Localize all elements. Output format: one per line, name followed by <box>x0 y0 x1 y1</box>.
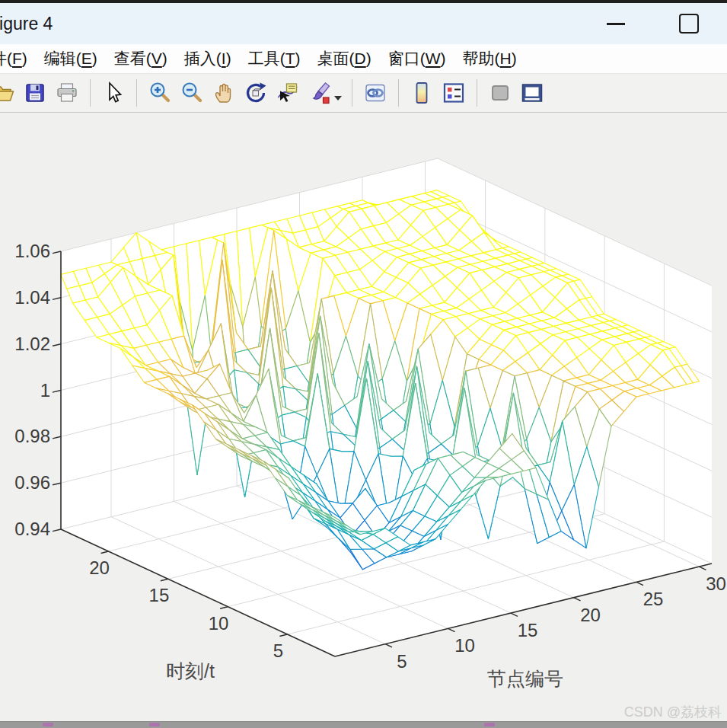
maximize-icon <box>679 14 699 34</box>
menu-item-e[interactable]: 编辑(E) <box>36 48 106 69</box>
z-tick-label: 1.02 <box>14 334 50 354</box>
menu-item-v[interactable]: 查看(V) <box>106 48 176 69</box>
x-tick-label: 30 <box>706 573 726 594</box>
z-tick-label: 0.94 <box>14 519 50 539</box>
brush-icon <box>308 81 332 105</box>
rotate-3d-button[interactable] <box>241 76 271 110</box>
floppy-save-icon <box>23 81 47 105</box>
z-tick-label: 1.04 <box>14 287 50 308</box>
y-tick-label: 5 <box>273 640 283 661</box>
window-controls <box>599 3 706 44</box>
x-tick-label: 25 <box>643 589 664 609</box>
figure-canvas: 0.940.960.9811.021.041.06510152051015202… <box>0 113 727 722</box>
watermark: CSDN @荔枝科 <box>624 704 722 720</box>
y-tick-label: 10 <box>209 613 229 634</box>
brush-dropdown-caret[interactable] <box>334 96 342 101</box>
artifact-dot <box>149 723 160 726</box>
minimize-icon <box>607 23 625 25</box>
artifact-dot <box>484 723 495 726</box>
minimize-button[interactable] <box>599 8 633 39</box>
printer-icon <box>55 81 79 105</box>
titlebar: Figure 4 <box>0 0 727 44</box>
x-tick-label: 15 <box>518 620 538 640</box>
hide-plot-tools-icon <box>488 81 512 105</box>
print-button[interactable] <box>52 76 82 110</box>
menu-item-t[interactable]: 工具(T) <box>240 48 309 69</box>
y-tick-label: 20 <box>89 557 110 578</box>
menu-item-d[interactable]: 桌面(D) <box>309 48 380 69</box>
colorbar-icon <box>410 81 434 105</box>
zoom-in-icon <box>148 81 172 105</box>
toolbar-separator <box>477 79 477 107</box>
bottom-edge-strip <box>0 721 727 728</box>
data-cursor-icon <box>276 81 300 105</box>
link-plot-button[interactable] <box>360 76 391 110</box>
edit-plot-button[interactable] <box>98 76 129 110</box>
toolbar-separator <box>352 79 352 107</box>
folder-open-icon <box>0 81 15 105</box>
z-tick-label: 1 <box>40 380 50 401</box>
mesh-plot: 0.940.960.9811.021.041.06510152051015202… <box>0 113 727 722</box>
z-tick-label: 0.98 <box>14 426 50 446</box>
legend-icon <box>442 81 466 105</box>
zoom-out-icon <box>180 81 204 105</box>
toolbar-separator <box>90 79 91 107</box>
y-tick-label: 15 <box>149 585 170 605</box>
z-tick-label: 1.06 <box>14 241 50 261</box>
x-tick-label: 10 <box>454 635 475 656</box>
artifact-dot <box>43 723 53 726</box>
figure-toolbar <box>0 74 727 113</box>
window-title: Figure 4 <box>0 14 53 34</box>
zoom-in-button[interactable] <box>145 76 175 110</box>
pan-button[interactable] <box>209 76 239 110</box>
link-chain-icon <box>363 81 387 105</box>
rotate-3d-icon <box>244 81 268 105</box>
menu-item-i[interactable]: 插入(I) <box>176 48 240 69</box>
z-tick-label: 0.96 <box>14 472 50 493</box>
menubar: 文件(F)编辑(E)查看(V)插入(I)工具(T)桌面(D)窗口(W)帮助(H) <box>0 44 727 74</box>
data-cursor-button[interactable] <box>273 76 303 110</box>
show-plot-tools-dock-icon <box>520 81 544 105</box>
toolbar-separator <box>398 79 399 107</box>
hide-plot-tools-button[interactable] <box>485 76 515 110</box>
save-button[interactable] <box>20 76 50 110</box>
toolbar-separator <box>136 79 137 107</box>
x-axis-label: 节点编号 <box>487 668 563 689</box>
y-axis-label: 时刻/t <box>166 660 215 682</box>
zoom-out-button[interactable] <box>177 76 207 110</box>
x-tick-label: 20 <box>580 605 601 625</box>
open-button[interactable] <box>0 76 18 110</box>
insert-legend-button[interactable] <box>438 76 469 110</box>
figure-window: Figure 4 文件(F)编辑(E)查看(V)插入(I)工具(T)桌面(D)窗… <box>0 0 727 728</box>
x-tick-label: 5 <box>397 651 407 672</box>
maximize-button[interactable] <box>672 8 706 39</box>
brush-button[interactable] <box>305 76 335 110</box>
hand-pan-icon <box>212 81 236 105</box>
menu-item-w[interactable]: 窗口(W) <box>380 48 454 69</box>
menu-item-f[interactable]: 文件(F) <box>0 48 36 69</box>
arrow-cursor-icon <box>101 81 126 105</box>
insert-colorbar-button[interactable] <box>407 76 437 110</box>
menu-item-h[interactable]: 帮助(H) <box>454 48 525 69</box>
show-plot-tools-dock-button[interactable] <box>517 76 547 110</box>
